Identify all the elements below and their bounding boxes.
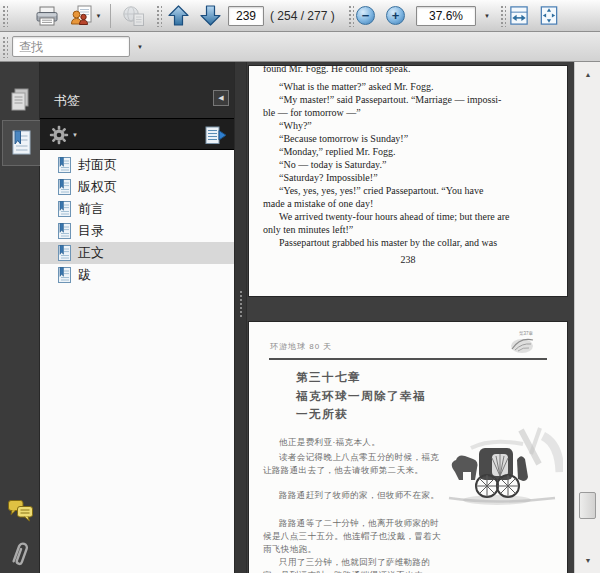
bookmark-item[interactable]: 封面页 [40, 154, 234, 176]
down-arrow-icon [199, 4, 222, 27]
bookmark-page-icon [58, 267, 71, 283]
text-line: 路路通等了二十分钟，他离开牧师家的时 [279, 518, 439, 530]
paperclip-icon [8, 539, 32, 569]
text-line: 只用了三分钟，他就回到了萨维勒路的 [279, 557, 430, 569]
zoom-in-button[interactable]: + [386, 6, 405, 25]
bookmark-page-icon [58, 179, 71, 195]
toolbar-grip[interactable] [156, 5, 162, 27]
bookmark-list: 封面页 版权页 [40, 150, 234, 573]
bookmark-item[interactable]: 跋 [40, 264, 234, 286]
options-dropdown-icon: ▼ [72, 132, 78, 138]
bookmark-options-button[interactable]: ▼ [49, 123, 78, 147]
bookmark-label: 前言 [78, 200, 104, 218]
book-page-238: found Mr. Fogg. He could not speak. “Wha… [249, 66, 567, 296]
bookmark-item-selected[interactable]: 正文 [40, 242, 234, 264]
text-line: “No — today is Saturday.” [279, 159, 386, 170]
bookmarks-panel: 书签 ◀ [40, 62, 234, 573]
toolbar-grip[interactable] [348, 5, 354, 27]
text-line: 雨飞快地跑。 [263, 544, 316, 556]
previous-page-button[interactable] [163, 2, 193, 29]
page-thumbnails-button[interactable] [3, 80, 37, 120]
running-header: 环游地球 80 天 [270, 341, 332, 352]
text-line: found Mr. Fogg. He could not speak. [263, 66, 411, 74]
text-line: ble — for tomorrow —” [263, 107, 361, 118]
scroll-up-button[interactable]: ▲ [575, 66, 600, 82]
fit-page-icon [538, 4, 560, 27]
chapter-title-line: 第三十七章 [296, 370, 361, 385]
scroll-down-button[interactable]: ▼ [575, 552, 600, 568]
toolbar-grip[interactable] [2, 36, 8, 58]
bookmark-label: 目录 [78, 222, 104, 240]
svg-text:第37章: 第37章 [519, 331, 534, 336]
bookmark-page-icon [58, 245, 71, 261]
bookmark-label: 版权页 [78, 178, 117, 196]
go-to-bookmark-button[interactable] [204, 123, 228, 147]
text-line: “Saturday? Impossible!” [279, 172, 378, 183]
collapse-panel-button[interactable]: ◀ [213, 90, 229, 106]
attachments-panel-button[interactable] [3, 534, 37, 573]
document-viewport[interactable]: found Mr. Fogg. He could not speak. “Wha… [247, 62, 600, 573]
bookmarks-panel-header: 书签 ◀ [40, 62, 234, 118]
toolbar-grip[interactable] [2, 5, 8, 27]
bookmark-page-icon [58, 223, 71, 239]
zoom-dropdown-button[interactable]: ▼ [480, 6, 494, 26]
pages-icon [8, 87, 32, 113]
text-line: “Why?” [279, 120, 312, 131]
send-online-button [116, 2, 152, 29]
bookmark-item[interactable]: 目录 [40, 220, 234, 242]
text-line: Passepartout grabbed his master by the c… [279, 237, 497, 248]
splitter-grip-icon [239, 290, 243, 318]
zoom-out-button[interactable]: − [356, 6, 375, 25]
main-toolbar: ▼ ( 254 / 277 ) [0, 0, 600, 32]
find-input[interactable] [12, 36, 130, 57]
header-rule [269, 358, 547, 360]
bookmark-item[interactable]: 前言 [40, 198, 234, 220]
bookmark-label: 封面页 [78, 156, 117, 174]
bookmark-icon [9, 129, 34, 157]
carriage-illustration [441, 426, 563, 518]
panel-splitter[interactable] [234, 62, 247, 573]
text-line: “Yes, yes, yes, yes!” cried Passepartout… [279, 185, 483, 196]
comments-icon [7, 498, 34, 523]
printer-icon [35, 6, 59, 26]
scrollbar-thumb[interactable] [579, 492, 596, 519]
bookmarks-options-bar: ▼ [40, 118, 234, 150]
bookmark-item[interactable]: 版权页 [40, 176, 234, 198]
text-line: 让路路通出去了，他去请牧师第二天来。 [263, 465, 423, 477]
text-line: made a mistake of one day! [263, 198, 373, 209]
page-number-label: 238 [249, 254, 567, 265]
find-toolbar: ▼ [0, 32, 600, 62]
text-line: “What is the matter?” asked Mr. Fogg. [279, 81, 433, 92]
print-button[interactable] [32, 2, 62, 29]
vertical-scrollbar[interactable]: ▲ ▼ [574, 62, 600, 573]
bookmark-label: 正文 [78, 244, 104, 262]
chapter-ornament-icon: 第37章 [507, 329, 537, 357]
book-page-chapter37: 环游地球 80 天 第37章 第三十七章 福克环球一周除了幸福 一无所获 他正是… [249, 322, 567, 573]
text-line: 他正是费利亚·福克本人。 [279, 437, 380, 449]
find-dropdown-button[interactable]: ▼ [133, 37, 147, 57]
text-line: 路路通赶到了牧师的家，但牧师不在家。 [279, 490, 439, 502]
next-page-button[interactable] [195, 2, 225, 29]
text-line: only ten minutes left!” [263, 224, 353, 235]
up-arrow-icon [167, 4, 190, 27]
bookmark-label: 跋 [78, 266, 91, 284]
bookmarks-panel-button[interactable] [2, 120, 40, 166]
panel-title: 书签 [54, 92, 80, 110]
bookmark-arrow-icon [204, 126, 228, 145]
share-review-button[interactable]: ▼ [64, 2, 106, 29]
gear-icon [49, 125, 69, 145]
fit-page-button[interactable] [536, 2, 562, 29]
page-count-label: ( 254 / 277 ) [270, 0, 335, 32]
page-number-input[interactable] [228, 6, 264, 26]
bookmark-page-icon [58, 157, 71, 173]
zoom-level-input[interactable] [416, 6, 476, 26]
main-area: 书签 ◀ [0, 62, 600, 573]
comments-panel-button[interactable] [3, 490, 37, 530]
text-line: 读者会记得晚上八点零五分的时候，福克 [279, 452, 439, 464]
share-dropdown-icon: ▼ [96, 13, 102, 19]
text-line: We arrived twenty-four hours ahead of ti… [279, 211, 510, 222]
chapter-title-line: 一无所获 [296, 407, 348, 422]
share-people-document-icon [69, 5, 94, 27]
globe-document-icon [122, 5, 146, 27]
fit-width-button[interactable] [506, 2, 532, 29]
